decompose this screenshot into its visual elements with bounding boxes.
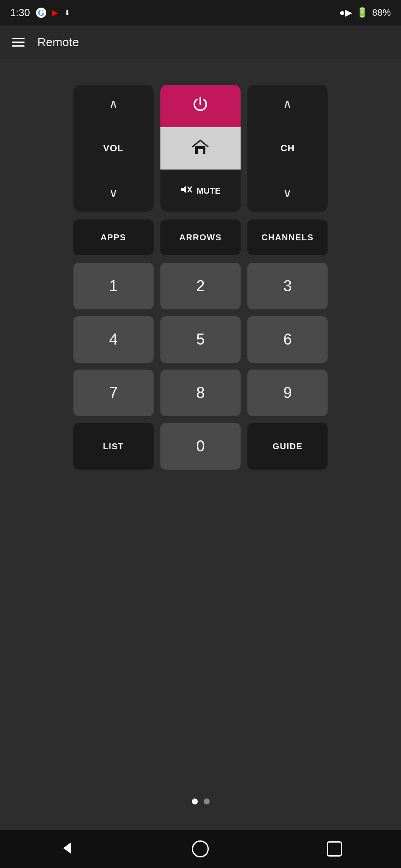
recents-button[interactable] (327, 841, 342, 857)
home-button[interactable] (160, 127, 241, 170)
num-4-button[interactable]: 4 (73, 316, 154, 363)
arrows-button[interactable]: ARROWS (160, 220, 241, 255)
num-1-label: 1 (109, 277, 118, 295)
mute-label: MUTE (196, 186, 221, 196)
menu-line-2 (12, 42, 25, 43)
vol-label: VOL (103, 143, 123, 154)
arrows-label: ARROWS (179, 233, 222, 242)
num-2-label: 2 (196, 277, 205, 295)
list-label: LIST (103, 442, 123, 451)
num-6-label: 6 (283, 331, 292, 348)
menu-button[interactable] (12, 38, 25, 47)
channels-button[interactable]: CHANNELS (247, 220, 328, 255)
guide-label: GUIDE (272, 442, 303, 451)
status-left: 1:30 G ▶ ⬇ (10, 7, 70, 19)
svg-rect-1 (198, 149, 203, 154)
youtube-icon: ▶ (52, 8, 58, 17)
num-9-button[interactable]: 9 (247, 370, 328, 416)
ch-down-button[interactable]: ∨ (283, 186, 292, 200)
ch-block: ∧ CH ∨ (247, 85, 328, 212)
vol-block: ∧ VOL ∨ (73, 85, 154, 212)
status-time: 1:30 (10, 7, 30, 19)
page-dot-2[interactable] (204, 798, 210, 804)
status-right: ●▶ 🔋 88% (339, 7, 391, 18)
mute-icon (180, 184, 192, 197)
num-4-label: 4 (109, 331, 118, 348)
bottom-nav-bar (0, 830, 401, 868)
channels-label: CHANNELS (261, 233, 314, 242)
ch-label: CH (280, 143, 295, 154)
guide-button[interactable]: GUIDE (247, 423, 328, 470)
power-icon (192, 96, 209, 117)
page-dot-1[interactable] (192, 798, 198, 804)
num-9-label: 9 (283, 384, 292, 402)
page-dots (192, 782, 210, 817)
battery-icon: 🔋 (356, 7, 368, 18)
google-icon: G (36, 8, 46, 18)
num-7-button[interactable]: 7 (73, 370, 154, 416)
num-8-button[interactable]: 8 (160, 370, 241, 416)
status-bar: 1:30 G ▶ ⬇ ●▶ 🔋 88% (0, 0, 401, 25)
ch-up-button[interactable]: ∧ (283, 97, 292, 111)
num-2-button[interactable]: 2 (160, 263, 241, 309)
vol-up-button[interactable]: ∧ (109, 97, 118, 111)
wifi-icon: ●▶ (339, 7, 352, 18)
power-button[interactable] (160, 85, 241, 127)
home-icon (191, 138, 210, 159)
apps-button[interactable]: APPS (73, 220, 154, 255)
menu-line-3 (12, 45, 25, 47)
num-1-button[interactable]: 1 (73, 263, 154, 309)
app-bar: Remote (0, 25, 401, 59)
home-nav-button[interactable] (192, 840, 209, 857)
num-7-label: 7 (109, 384, 118, 402)
num-8-label: 8 (196, 384, 205, 402)
numpad: 1 2 3 4 5 6 7 8 9 (73, 263, 328, 470)
mute-button[interactable]: MUTE (160, 170, 241, 212)
list-button[interactable]: LIST (73, 423, 154, 470)
app-title: Remote (37, 36, 79, 49)
svg-marker-4 (63, 843, 71, 854)
download-icon: ⬇ (64, 8, 70, 17)
num-0-label: 0 (196, 437, 205, 455)
menu-line-1 (12, 38, 25, 39)
vol-down-button[interactable]: ∨ (109, 186, 118, 200)
num-3-label: 3 (283, 277, 292, 295)
num-6-button[interactable]: 6 (247, 316, 328, 363)
main-content: ∧ VOL ∨ (0, 59, 401, 830)
control-section: ∧ VOL ∨ (73, 85, 328, 470)
nav-row: APPS ARROWS CHANNELS (73, 220, 328, 255)
battery-percentage: 88% (372, 7, 391, 18)
num-0-button[interactable]: 0 (160, 423, 241, 470)
num-3-button[interactable]: 3 (247, 263, 328, 309)
num-5-button[interactable]: 5 (160, 316, 241, 363)
center-block: MUTE (160, 85, 241, 212)
back-button[interactable] (59, 840, 74, 857)
num-5-label: 5 (196, 331, 205, 348)
top-row: ∧ VOL ∨ (73, 85, 328, 212)
apps-label: APPS (101, 233, 126, 242)
